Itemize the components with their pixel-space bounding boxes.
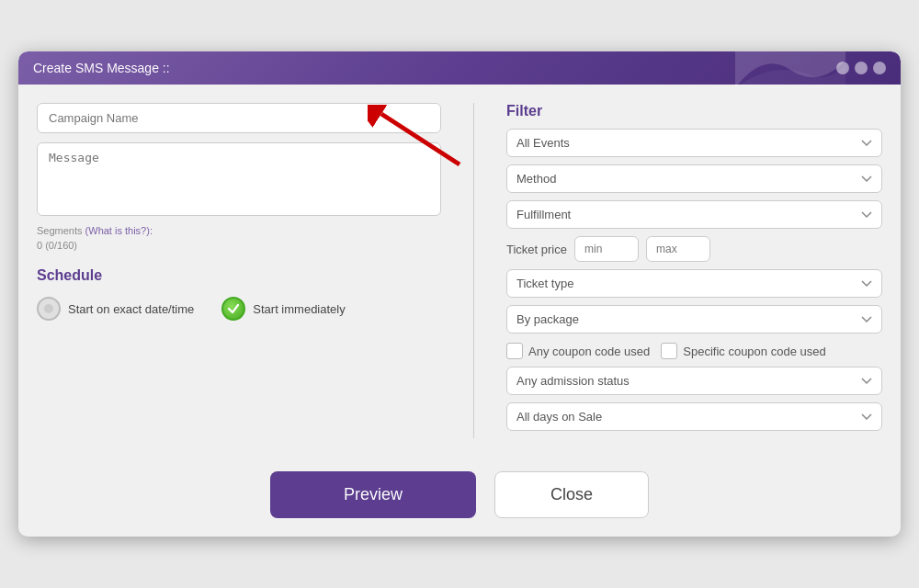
schedule-immediate[interactable]: Start immediately (221, 297, 345, 321)
content-area: Segments (What is this?): 0 (0/160) Sche… (18, 85, 901, 457)
message-input[interactable] (37, 142, 441, 216)
ticket-price-row: Ticket price (506, 236, 882, 262)
ticket-price-label: Ticket price (506, 243, 567, 256)
campaign-name-input[interactable] (37, 103, 441, 133)
window-title: Create SMS Message :: (33, 61, 170, 75)
maximize-button[interactable] (855, 62, 868, 74)
radio-immediate[interactable] (221, 297, 245, 321)
schedule-options: Start on exact date/time Start immediate… (37, 297, 441, 321)
main-window: Create SMS Message :: (18, 51, 901, 537)
package-dropdown[interactable]: By package (506, 305, 882, 334)
events-dropdown[interactable]: All Events (506, 129, 882, 157)
close-button-footer[interactable]: Close (494, 471, 649, 518)
panel-divider (473, 103, 474, 438)
close-button[interactable] (873, 62, 886, 74)
specific-coupon-label: Specific coupon code used (683, 345, 825, 358)
any-coupon-label: Any coupon code used (528, 345, 650, 358)
schedule-title: Schedule (37, 267, 441, 284)
schedule-immediate-label: Start immediately (253, 302, 345, 316)
wave-decoration (735, 51, 845, 88)
radio-exact[interactable] (37, 297, 61, 321)
any-coupon-checkbox[interactable] (506, 343, 523, 359)
days-on-sale-dropdown[interactable]: All days on Sale (506, 402, 882, 431)
schedule-exact-label: Start on exact date/time (68, 302, 194, 316)
right-panel: Filter All Events Method Fulfillment Tic… (506, 103, 882, 438)
title-bar: Create SMS Message :: (18, 51, 901, 85)
ticket-type-dropdown[interactable]: Ticket type (506, 269, 882, 298)
filter-title: Filter (506, 103, 882, 119)
preview-button[interactable]: Preview (270, 471, 476, 518)
specific-coupon-option[interactable]: Specific coupon code used (661, 343, 825, 359)
schedule-exact[interactable]: Start on exact date/time (37, 297, 194, 321)
left-panel: Segments (What is this?): 0 (0/160) Sche… (37, 103, 441, 438)
method-dropdown[interactable]: Method (506, 164, 882, 193)
segments-label: Segments (What is this?): (37, 225, 441, 236)
ticket-price-max[interactable] (646, 236, 710, 262)
segments-help-link[interactable]: (What is this?): (85, 225, 153, 236)
fulfillment-dropdown[interactable]: Fulfillment (506, 200, 882, 229)
admission-dropdown[interactable]: Any admission status (506, 367, 882, 395)
footer-buttons: Preview Close (18, 457, 901, 537)
ticket-price-min[interactable] (574, 236, 639, 262)
coupon-options-row: Any coupon code used Specific coupon cod… (506, 343, 882, 359)
specific-coupon-checkbox[interactable] (661, 343, 677, 359)
any-coupon-option[interactable]: Any coupon code used (506, 343, 650, 359)
checkmark-icon (227, 302, 240, 315)
segments-count: 0 (0/160) (37, 240, 441, 251)
